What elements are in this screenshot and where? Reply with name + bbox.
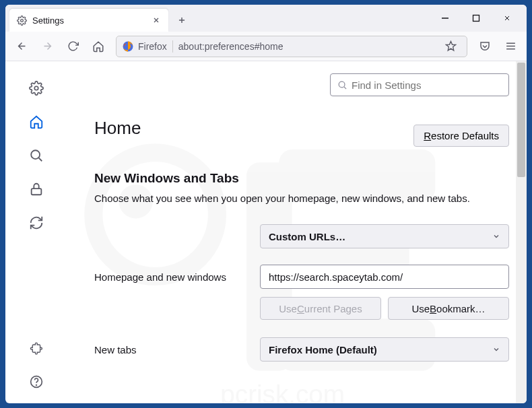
settings-search[interactable] (330, 73, 509, 96)
gear-icon (16, 15, 27, 26)
sidebar-sync-icon[interactable] (23, 209, 50, 236)
homepage-url-input[interactable] (260, 265, 509, 289)
forward-button[interactable] (36, 36, 58, 57)
svg-point-14 (36, 385, 37, 386)
reload-button[interactable] (62, 36, 84, 57)
close-tab-icon[interactable] (151, 15, 162, 26)
section-description: Choose what you see when you open your h… (94, 191, 510, 205)
homepage-mode-dropdown[interactable]: Custom URLs… (260, 224, 509, 248)
bookmark-star-icon[interactable] (440, 36, 461, 57)
dropdown-value: Firefox Home (Default) (269, 344, 377, 355)
app-menu-button[interactable] (500, 36, 521, 57)
window-minimize-button[interactable] (430, 5, 461, 32)
sidebar-home-icon[interactable] (23, 108, 50, 135)
restore-defaults-button[interactable]: RRestore Defaultsestore Defaults (413, 125, 509, 147)
sidebar-privacy-icon[interactable] (23, 176, 50, 203)
section-heading: New Windows and Tabs (94, 171, 510, 186)
use-current-pages-button[interactable]: Use Current Pages (260, 297, 381, 320)
use-bookmark-button[interactable]: Use Bookmark… (388, 297, 509, 320)
chevron-down-icon (492, 232, 500, 240)
svg-point-15 (339, 81, 345, 88)
identity-label: Firefox (138, 41, 167, 52)
new-tab-button[interactable] (172, 11, 191, 30)
window-close-button[interactable] (492, 5, 523, 32)
tab-label: Settings (32, 15, 145, 26)
chevron-down-icon (492, 345, 500, 353)
window-maximize-button[interactable] (461, 5, 492, 32)
identity-box[interactable]: Firefox (122, 40, 173, 53)
sidebar-search-icon[interactable] (23, 142, 50, 169)
sidebar-help-icon[interactable] (23, 368, 50, 395)
search-icon (337, 80, 347, 90)
svg-point-0 (20, 19, 23, 22)
svg-point-10 (34, 86, 38, 90)
homepage-label: Homepage and new windows (94, 271, 251, 283)
content-area: pcrisk.com (5, 61, 527, 403)
svg-rect-12 (32, 189, 42, 195)
settings-search-input[interactable] (352, 79, 502, 91)
dropdown-value: Custom URLs… (269, 231, 345, 242)
url-bar[interactable]: Firefox about:preferences#home (116, 36, 467, 57)
nav-toolbar: Firefox about:preferences#home (5, 32, 527, 61)
sidebar-extensions-icon[interactable] (23, 335, 50, 362)
newtabs-label: New tabs (94, 344, 251, 355)
sidebar-general-icon[interactable] (23, 75, 50, 102)
home-button[interactable] (88, 36, 109, 57)
newtabs-dropdown[interactable]: Firefox Home (Default) (260, 337, 509, 362)
svg-point-11 (31, 150, 40, 159)
firefox-icon (122, 40, 134, 53)
url-text: about:preferences#home (178, 41, 434, 52)
back-button[interactable] (11, 36, 32, 57)
svg-rect-1 (473, 15, 479, 22)
preferences-sidebar (5, 61, 67, 403)
pocket-icon[interactable] (474, 36, 496, 57)
tab-strip: Settings (5, 5, 527, 32)
main-panel: Home RRestore Defaultsestore Defaults Ne… (67, 61, 527, 403)
tab-settings[interactable]: Settings (9, 9, 168, 32)
